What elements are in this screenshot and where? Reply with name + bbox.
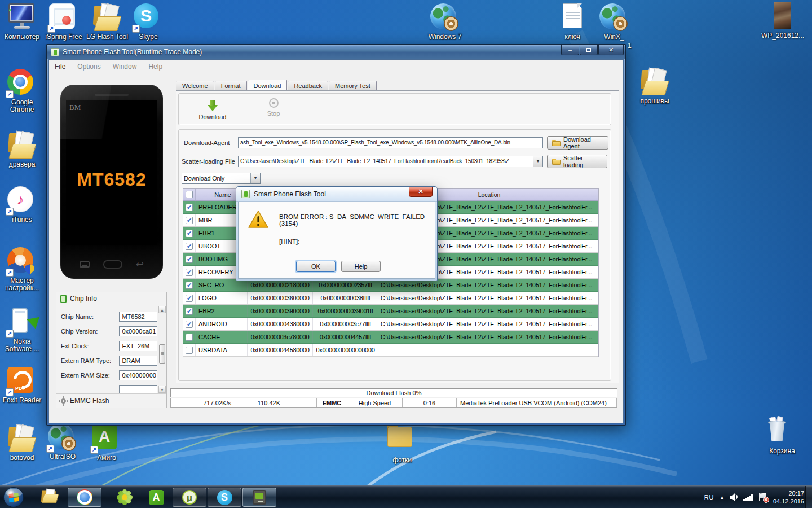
taskbar-chrome[interactable] xyxy=(68,488,102,507)
taskbar-flash-tool[interactable] xyxy=(242,488,276,507)
menu-help[interactable]: Help xyxy=(148,63,162,71)
desktop-icon-recycle-bin[interactable]: Корзина xyxy=(761,418,803,455)
row-checkbox[interactable] xyxy=(186,204,193,211)
volume-icon[interactable] xyxy=(730,493,738,501)
desktop-icon-winx[interactable]: WinX_ xyxy=(593,3,635,41)
back-key-icon: ↩ xyxy=(136,260,144,269)
dialog-close-button[interactable]: ✕ xyxy=(409,187,433,197)
desktop-icon-ultraiso[interactable]: ↗ UltraISO xyxy=(42,423,83,461)
row-checkbox[interactable] xyxy=(186,256,193,263)
stop-button-label: Stop xyxy=(251,110,296,117)
tab-memory-test[interactable]: Memory Test xyxy=(329,81,377,90)
row-checkbox[interactable] xyxy=(186,295,193,302)
window-titlebar[interactable]: Smart Phone Flash Tool(Runtime Trace Mod… xyxy=(47,45,625,59)
table-row[interactable]: ANDROID0x00000000043800000x000000003c77f… xyxy=(183,318,598,331)
desktop-icon-computer[interactable]: Компьютер xyxy=(1,3,43,41)
taskbar-skype[interactable]: S xyxy=(208,488,241,507)
show-desktop-button[interactable] xyxy=(805,486,812,508)
row-checkbox[interactable] xyxy=(186,217,193,224)
scroll-thumb[interactable]: ☰ xyxy=(159,344,165,364)
icq-flower-icon xyxy=(116,489,133,506)
status-elapsed: 0:16 xyxy=(403,398,457,407)
taskbar-icq[interactable] xyxy=(111,488,139,507)
table-row[interactable]: USRDATA0x00000000445800000x0000000000000… xyxy=(183,344,598,357)
table-row[interactable]: CACHE0x000000003c7800000x000000004457fff… xyxy=(183,331,598,344)
scatter-combo-dropdown-icon[interactable]: ▼ xyxy=(533,156,542,167)
start-button[interactable] xyxy=(3,487,24,507)
tab-format[interactable]: Format xyxy=(215,81,247,90)
language-indicator[interactable]: RU xyxy=(704,494,714,501)
action-center-flag-icon[interactable]: ✕ xyxy=(758,493,767,502)
folder-icon xyxy=(387,427,417,455)
taskbar-explorer[interactable] xyxy=(36,488,61,507)
desktop-icon-kluch[interactable]: ключ xyxy=(551,2,593,41)
close-button[interactable]: ✕ xyxy=(598,45,624,55)
mode-select-dropdown-icon[interactable]: ▼ xyxy=(250,173,260,183)
scroll-down-icon[interactable]: ▼ xyxy=(158,386,166,393)
scatter-loading-button[interactable]: Scatter-loading xyxy=(547,155,607,168)
download-agent-button[interactable]: Download Agent xyxy=(547,136,608,150)
desktop-icon-wp-photo[interactable]: WP_201612... xyxy=(761,2,803,40)
emmc-flash-header[interactable]: EMMC Flash xyxy=(56,393,166,408)
download-button[interactable]: Download xyxy=(190,97,235,120)
desktop-icon-windows7[interactable]: Windows 7 xyxy=(424,3,466,41)
menu-options[interactable]: Options xyxy=(77,63,100,71)
scatter-file-combo[interactable]: C:\Users\user\Desktop\ZTE_Blade_L2\ZTE_B… xyxy=(238,156,543,167)
warning-icon xyxy=(248,210,269,229)
icon-label: iSpring Free xyxy=(43,33,85,41)
desktop-icon-chrome[interactable]: ↗ Google Chrome xyxy=(1,69,43,113)
download-agent-input[interactable]: ash_Tool_exe_Windows_v5.1548.00.000\SP_F… xyxy=(238,137,543,148)
mode-select[interactable]: Download Only xyxy=(182,173,261,184)
row-checkbox[interactable] xyxy=(186,347,193,354)
stop-icon xyxy=(269,98,279,108)
row-checkbox[interactable] xyxy=(186,282,193,289)
desktop-icon-ispring[interactable]: ↗ iSpring Free xyxy=(43,3,85,41)
row-checkbox[interactable] xyxy=(186,334,193,341)
icon-label: Skype xyxy=(127,33,169,41)
folder-open-icon xyxy=(7,424,37,453)
desktop-icon-lg-flash-tool[interactable]: LG Flash Tool xyxy=(85,3,130,41)
tab-readback[interactable]: Readback xyxy=(288,81,328,90)
table-row[interactable]: LOGO0x00000000036000000x00000000038fffff… xyxy=(183,292,598,305)
icon-label: Google Chrome xyxy=(1,99,43,113)
desktop-icon-skype[interactable]: S↗ Skype xyxy=(127,3,169,41)
desktop-icon-botovod[interactable]: botovod xyxy=(1,424,43,462)
dialog-titlebar[interactable]: Smart Phone Flash Tool xyxy=(236,187,437,202)
tray-clock[interactable]: 20:17 04.12.2016 xyxy=(773,489,804,505)
network-signal-icon[interactable] xyxy=(743,494,753,501)
desktop-icon-fotki[interactable]: фотки xyxy=(381,423,423,464)
row-checkbox[interactable] xyxy=(186,243,193,250)
shortcut-arrow-icon: ↗ xyxy=(6,90,14,98)
desktop-icon-proshivy[interactable]: прошивы xyxy=(634,68,676,105)
scroll-up-icon[interactable]: ▲ xyxy=(158,306,166,313)
chip-info-scrollbar[interactable]: ▲ ☰ ▼ xyxy=(158,306,166,393)
icon-label: Корзина xyxy=(761,448,803,455)
desktop-icon-nokia[interactable]: ↗ Nokia Software ... xyxy=(1,308,43,353)
chip-info-header[interactable]: Chip Info xyxy=(56,292,166,305)
desktop-icon-amigo[interactable]: A↗ Амиго xyxy=(86,424,127,462)
desktop-icon-foxit[interactable]: PDF↗ Foxit Reader xyxy=(1,367,43,404)
minimize-button[interactable]: – xyxy=(561,45,579,55)
select-all-checkbox[interactable] xyxy=(186,191,193,198)
tab-welcome[interactable]: Welcome xyxy=(176,81,214,90)
row-checkbox[interactable] xyxy=(186,321,193,328)
tray-expand-icon[interactable]: ▲ xyxy=(720,495,725,500)
row-checkbox[interactable] xyxy=(186,230,193,237)
desktop-icon-itunes[interactable]: ♪↗ iTunes xyxy=(1,186,43,224)
help-button[interactable]: Help xyxy=(341,261,381,272)
table-row[interactable]: EBR20x00000000039000000x00000000039001ff… xyxy=(183,305,598,318)
menu-window[interactable]: Window xyxy=(113,63,137,71)
maximize-button[interactable] xyxy=(580,45,598,55)
stop-button[interactable]: Stop xyxy=(251,97,296,117)
ok-button[interactable]: OK xyxy=(296,261,336,272)
desktop-icon-dravera[interactable]: дравера xyxy=(1,131,43,168)
taskbar-utorrent[interactable]: µ xyxy=(173,488,206,507)
menu-file[interactable]: File xyxy=(55,63,65,71)
taskbar-amigo[interactable]: A xyxy=(142,488,170,507)
row-checkbox[interactable] xyxy=(186,308,193,315)
row-checkbox[interactable] xyxy=(186,269,193,276)
tab-download[interactable]: Download xyxy=(248,80,288,90)
photo-thumbnail-icon xyxy=(767,2,797,30)
desktop-icon-master-nastroek[interactable]: ↗ Мастер настройк... xyxy=(1,247,43,292)
phone-preview: BM MT6582 ↩ xyxy=(60,85,163,279)
